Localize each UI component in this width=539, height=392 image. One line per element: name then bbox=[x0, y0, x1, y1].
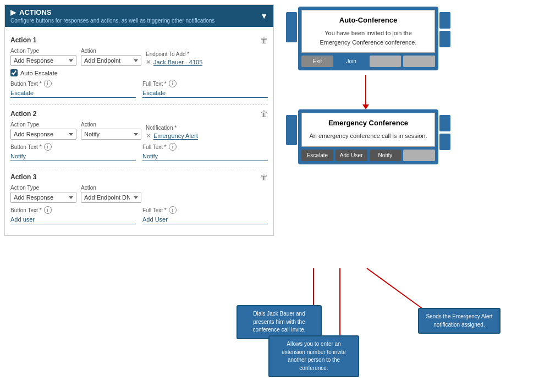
phone-2-escalate-btn[interactable]: Escalate bbox=[301, 150, 333, 161]
action-3-fields-row: Action Type Add Response Action Add Endp… bbox=[10, 185, 268, 203]
action-2-full-text-info[interactable]: i bbox=[169, 143, 177, 151]
action-1-full-text-group: Full Text * i Escalate bbox=[142, 80, 268, 98]
action-1-full-text-value: Escalate bbox=[142, 89, 268, 98]
panel-subtitle: Configure buttons for responses and acti… bbox=[10, 18, 215, 24]
action-2-type-group: Action Type Add Response bbox=[10, 122, 76, 140]
action-2-btn-text-info[interactable]: i bbox=[44, 143, 52, 151]
action-3-type-group: Action Type Add Response bbox=[10, 185, 76, 203]
action-1-action-select[interactable]: Add Endpoint bbox=[81, 55, 141, 66]
phone-2-screen: Emergency Conference An emergency confer… bbox=[301, 113, 435, 147]
action-2-delete-icon[interactable]: 🗑 bbox=[260, 109, 268, 118]
action-3-text-fields: Button Text * i Add user Full Text * i A… bbox=[10, 206, 268, 224]
arrow-line bbox=[365, 75, 366, 105]
action-1-endpoint-label: Endpoint To Add * bbox=[146, 51, 202, 57]
phone-1-btn4[interactable] bbox=[403, 56, 435, 67]
action-3-btn-text-value: Add user bbox=[10, 215, 136, 224]
action-1-auto-escalate-row: Auto Escalate bbox=[10, 69, 268, 76]
action-1-endpoint-value: Jack Bauer - 4105 bbox=[153, 59, 202, 66]
action-2-type-label: Action Type bbox=[10, 122, 76, 128]
action-1-type-select[interactable]: Add Response bbox=[10, 55, 76, 66]
action-2-full-text-label: Full Text * i bbox=[142, 143, 268, 151]
action-1-action-label: Action bbox=[81, 48, 141, 54]
action-1-full-text-info[interactable]: i bbox=[169, 80, 177, 87]
phone-2-adduser-btn[interactable]: Add User bbox=[336, 150, 367, 161]
arrow-container bbox=[286, 75, 446, 105]
action-2-full-text-group: Full Text * i Notify bbox=[142, 143, 268, 161]
panel-title: ▶ ACTIONS bbox=[10, 8, 215, 16]
action-2-btn-text-value: Notify bbox=[10, 152, 136, 161]
action-3-btn-text-info[interactable]: i bbox=[44, 206, 52, 214]
action-3-type-label: Action Type bbox=[10, 185, 76, 191]
annotation-3: Sends the Emergency Alert notification a… bbox=[418, 308, 501, 334]
phone-2-side-left bbox=[286, 109, 297, 145]
action-1-type-group: Action Type Add Response bbox=[10, 48, 76, 66]
phone-1-screen-title: Auto-Conference bbox=[309, 16, 428, 24]
phone-1-btn3[interactable] bbox=[370, 56, 402, 67]
action-1-text-fields: Button Text * i Escalate Full Text * i E… bbox=[10, 80, 268, 98]
action-2-action-label: Action bbox=[81, 122, 141, 128]
action-2-text-fields: Button Text * i Notify Full Text * i Not… bbox=[10, 143, 268, 161]
action-3-action-label: Action bbox=[81, 185, 141, 191]
action-1-auto-escalate-checkbox[interactable] bbox=[10, 69, 18, 76]
phone-2-notify-btn[interactable]: Notify bbox=[370, 150, 402, 161]
action-3-full-text-value: Add User bbox=[142, 215, 268, 224]
arrow-head bbox=[362, 104, 369, 109]
action-1-label: Action 1 bbox=[10, 36, 36, 44]
action-3-action-group: Action Add Endpoint DN bbox=[81, 185, 141, 203]
action-1-action-group: Action Add Endpoint bbox=[81, 48, 141, 66]
action-3-action-select[interactable]: Add Endpoint DN bbox=[81, 192, 141, 203]
svg-line-2 bbox=[367, 268, 429, 313]
phone-1-join-btn[interactable]: Join bbox=[336, 56, 367, 67]
action-3-delete-icon[interactable]: 🗑 bbox=[260, 173, 268, 181]
action-3-label: Action 3 bbox=[10, 173, 36, 181]
actions-panel: ▶ ACTIONS Configure buttons for response… bbox=[4, 4, 274, 236]
panel-header: ▶ ACTIONS Configure buttons for response… bbox=[5, 5, 273, 27]
action-3-section: Action 3 🗑 Action Type Add Response Acti… bbox=[10, 168, 268, 231]
action-2-type-select[interactable]: Add Response bbox=[10, 129, 76, 140]
action-1-header: Action 1 🗑 bbox=[10, 36, 268, 45]
action-3-btn-text-label: Button Text * i bbox=[10, 206, 136, 214]
action-1-endpoint-group: Endpoint To Add * ✕ Jack Bauer - 4105 bbox=[146, 51, 202, 66]
action-3-type-select[interactable]: Add Response bbox=[10, 192, 76, 203]
action-2-action-select[interactable]: Notify bbox=[81, 129, 141, 140]
action-1-endpoint-clear[interactable]: ✕ bbox=[146, 58, 151, 66]
annotation-2: Allows you to enter an extension number … bbox=[268, 335, 359, 377]
phone-2-body: Emergency Conference An emergency confer… bbox=[298, 109, 438, 164]
phone-1-buttons-row: Exit Join bbox=[301, 56, 435, 67]
action-1-btn-text-group: Button Text * i Escalate bbox=[10, 80, 136, 98]
phone-2-mockup: Emergency Conference An emergency confer… bbox=[286, 109, 450, 164]
action-3-full-text-group: Full Text * i Add User bbox=[142, 206, 268, 224]
action-1-section: Action 1 🗑 Action Type Add Response Acti… bbox=[10, 31, 268, 105]
action-2-header: Action 2 🗑 bbox=[10, 109, 268, 118]
annotation-1: Dials Jack Bauer and presents him with t… bbox=[237, 305, 322, 339]
action-3-full-text-label: Full Text * i bbox=[142, 206, 268, 214]
phone-2-buttons-row: Escalate Add User Notify bbox=[301, 150, 435, 161]
action-2-notification-field: ✕ Emergency Alert bbox=[146, 132, 198, 140]
action-2-btn-text-label: Button Text * i bbox=[10, 143, 136, 151]
phone-2-screen-text: An emergency conference call is in sessi… bbox=[309, 131, 428, 141]
phone-1-side-right bbox=[439, 7, 450, 47]
action-1-fields-row: Action Type Add Response Action Add Endp… bbox=[10, 48, 268, 66]
action-3-full-text-info[interactable]: i bbox=[169, 206, 177, 214]
action-3-btn-text-group: Button Text * i Add user bbox=[10, 206, 136, 224]
action-2-notification-value: Emergency Alert bbox=[153, 132, 198, 140]
phone-2-screen-title: Emergency Conference bbox=[309, 119, 428, 127]
phone-2-side-right bbox=[439, 109, 450, 150]
action-2-full-text-value: Notify bbox=[142, 152, 268, 161]
action-1-btn-text-info[interactable]: i bbox=[44, 80, 52, 87]
action-1-delete-icon[interactable]: 🗑 bbox=[260, 36, 268, 45]
panel-body: Action 1 🗑 Action Type Add Response Acti… bbox=[5, 27, 273, 235]
action-2-section: Action 2 🗑 Action Type Add Response Acti… bbox=[10, 105, 268, 168]
action-2-action-group: Action Notify bbox=[81, 122, 141, 140]
action-1-auto-escalate-label: Auto Escalate bbox=[20, 70, 58, 76]
phone-1-screen-text: You have been invited to join the Emerge… bbox=[309, 29, 428, 47]
phone-2-btn4[interactable] bbox=[403, 150, 435, 161]
phone-1-body: Auto-Conference You have been invited to… bbox=[298, 7, 438, 70]
phone-1-exit-btn[interactable]: Exit bbox=[301, 56, 333, 67]
action-1-btn-text-label: Button Text * i bbox=[10, 80, 136, 87]
chevron-icon[interactable]: ▼ bbox=[260, 12, 268, 20]
phone-1-screen: Auto-Conference You have been invited to… bbox=[301, 10, 435, 53]
action-2-notification-group: Notification * ✕ Emergency Alert bbox=[146, 125, 198, 140]
phone-1-side-btn-1 bbox=[286, 12, 297, 42]
action-2-notification-clear[interactable]: ✕ bbox=[146, 132, 151, 140]
